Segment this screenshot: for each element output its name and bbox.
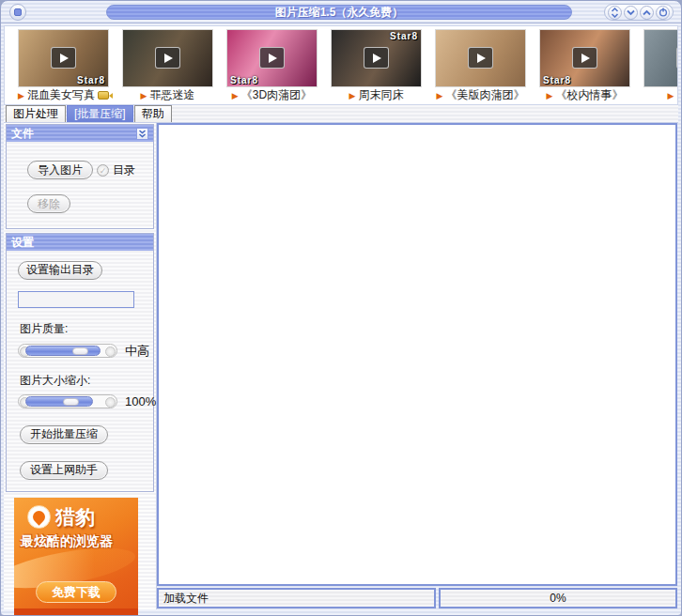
double-chevron-down-icon	[138, 127, 147, 141]
video-item-1[interactable]: Star8 ▶ 混血美女写真	[18, 29, 109, 103]
window-controls	[604, 4, 674, 21]
caption-text: 《校内情事》	[555, 87, 623, 103]
play-icon	[155, 47, 180, 69]
up-down-arrows-icon	[611, 8, 619, 18]
bullet-arrow-icon: ▶	[232, 91, 239, 100]
directory-radio[interactable]: ✓	[97, 164, 109, 177]
progress-bar: 0%	[439, 588, 677, 608]
settings-section-body: 设置输出目录 图片质量: 中高 图片大小缩小: 100%	[7, 251, 153, 491]
video-thumbnail[interactable]	[122, 29, 213, 87]
quality-value: 中高	[125, 343, 149, 360]
cheetah-logo-icon	[27, 505, 51, 529]
video-thumbnail[interactable]	[643, 29, 678, 87]
start-batch-compress-button[interactable]: 开始批量压缩	[20, 425, 108, 444]
file-section-header: 文件	[7, 125, 153, 142]
play-icon	[572, 47, 597, 69]
size-label: 图片大小缩小:	[20, 373, 153, 389]
bullet-arrow-icon: ▶	[668, 91, 674, 100]
watermark: Star8	[77, 75, 105, 85]
free-download-button[interactable]: 免费下载	[36, 581, 116, 603]
video-item-3[interactable]: Star8 ▶ 《3D肉蒲团》	[226, 29, 318, 103]
video-caption[interactable]: ▶ 《美版肉蒲团》	[435, 87, 526, 103]
caption-text: 《3D肉蒲团》	[241, 87, 312, 103]
file-section-title: 文件	[11, 125, 34, 142]
size-slider-fill	[25, 396, 93, 407]
size-slider[interactable]	[18, 394, 117, 408]
quality-slider-fill	[25, 346, 101, 356]
app-icon	[14, 8, 22, 16]
play-icon	[364, 47, 389, 69]
play-icon	[676, 47, 679, 69]
video-caption[interactable]: ▶ 《3D肉蒲团》	[226, 87, 318, 103]
video-thumbnail[interactable]: Star8	[18, 29, 109, 87]
video-caption[interactable]: ▶ 《校内情事》	[539, 87, 630, 103]
ad-brand: 猎豹	[55, 504, 95, 531]
size-value: 100%	[125, 394, 156, 408]
watermark: Star8	[390, 31, 418, 41]
directory-label: 目录	[113, 162, 135, 178]
video-item-5[interactable]: ▶ 《美版肉蒲团》	[435, 29, 526, 103]
file-section-body: 导入图片 ✓ 目录 移除	[7, 142, 153, 228]
quality-slider-thumb[interactable]	[72, 347, 88, 355]
status-text: 加载文件	[157, 588, 436, 608]
video-caption[interactable]: ▶ 混血美女写真	[18, 87, 109, 103]
left-panel: 文件 导入图片 ✓ 目录 移除 设置	[4, 123, 157, 609]
play-icon	[259, 47, 285, 69]
caption-text: 罪恶迷途	[149, 87, 194, 103]
app-menu-button[interactable]	[9, 4, 26, 21]
caption-text: 混血美女写真	[27, 87, 95, 103]
watermark: Star8	[543, 75, 571, 85]
play-icon	[468, 47, 493, 69]
status-bar: 加载文件 0%	[157, 588, 677, 608]
tab-image-processing[interactable]: 图片处理	[6, 105, 66, 122]
ad-tagline: 最炫酷的浏览器	[21, 533, 138, 550]
title-bar[interactable]: 图片压缩1.5（永久免费）	[1, 1, 681, 23]
output-dir-input[interactable]	[18, 291, 134, 308]
caption-text: 《不二	[676, 87, 678, 103]
caption-text: 《美版肉蒲团》	[445, 87, 524, 103]
close-button[interactable]	[656, 6, 670, 20]
watermark: Star8	[230, 75, 258, 85]
video-caption[interactable]: ▶ 周末同床	[331, 87, 422, 103]
quality-slider[interactable]	[18, 344, 117, 358]
video-thumbnail[interactable]: Star8	[331, 29, 422, 87]
video-thumbnail[interactable]	[435, 29, 526, 87]
camera-icon	[98, 91, 109, 100]
tab-bar: 图片处理 批量压缩 帮助	[4, 105, 678, 123]
bullet-arrow-icon: ▶	[18, 91, 24, 100]
size-slider-thumb[interactable]	[63, 398, 79, 406]
power-icon	[659, 8, 668, 17]
caption-text: 周末同床	[358, 87, 403, 103]
main-content-area[interactable]	[157, 123, 677, 586]
file-groupbox: 文件 导入图片 ✓ 目录 移除	[6, 124, 154, 229]
video-item-2[interactable]: ▶ 罪恶迷途	[122, 29, 213, 103]
video-item-7[interactable]: ▶ 《不二	[643, 29, 678, 103]
remove-button[interactable]: 移除	[27, 194, 70, 213]
play-icon	[51, 47, 76, 69]
set-internet-assistant-button[interactable]: 设置上网助手	[20, 461, 108, 480]
video-item-4[interactable]: Star8 ▶ 周末同床	[331, 29, 422, 103]
app-window: 图片压缩1.5（永久免费）	[0, 0, 682, 616]
set-output-dir-button[interactable]: 设置输出目录	[18, 261, 102, 280]
maximize-button[interactable]	[640, 6, 654, 20]
import-images-button[interactable]: 导入图片	[27, 161, 93, 179]
bullet-arrow-icon: ▶	[437, 91, 443, 100]
chevron-down-icon	[627, 9, 635, 16]
video-item-6[interactable]: Star8 ▶ 《校内情事》	[539, 29, 630, 103]
skin-resize-button[interactable]	[608, 6, 622, 20]
tab-help[interactable]: 帮助	[134, 105, 172, 122]
settings-section-title: 设置	[11, 234, 34, 251]
bullet-arrow-icon: ▶	[349, 91, 356, 100]
video-caption[interactable]: ▶ 罪恶迷途	[122, 87, 213, 103]
tab-batch-compress[interactable]: 批量压缩	[67, 105, 133, 122]
bullet-arrow-icon: ▶	[141, 91, 147, 100]
video-thumbnail[interactable]: Star8	[539, 29, 630, 87]
browser-ad-banner[interactable]: 猎豹 最炫酷的浏览器 免费下载	[14, 498, 138, 616]
video-caption[interactable]: ▶ 《不二	[643, 87, 678, 103]
minimize-button[interactable]	[624, 6, 638, 20]
collapse-button[interactable]	[136, 128, 148, 140]
quality-label: 图片质量:	[20, 321, 153, 337]
bullet-arrow-icon: ▶	[547, 91, 553, 100]
video-thumbnail[interactable]: Star8	[226, 29, 318, 87]
settings-section-header: 设置	[7, 234, 153, 251]
